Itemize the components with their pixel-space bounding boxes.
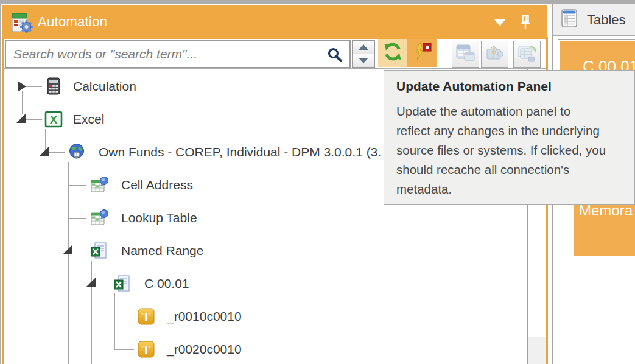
export-tables-button[interactable]: [513, 41, 541, 68]
update-automation-panel-button[interactable]: [378, 39, 407, 67]
tree-item-excel[interactable]: Excel: [73, 112, 104, 127]
window-top-border: [0, 0, 635, 4]
table-card-label: Memora: [579, 202, 633, 219]
worksheet-icon[interactable]: [113, 275, 132, 295]
tree-item-own-funds[interactable]: Own Funds - COREP, Individual - DPM 3.0.…: [99, 145, 381, 159]
cell-table-icon[interactable]: [90, 209, 108, 229]
tree-line: [68, 218, 86, 219]
excel-icon[interactable]: X: [44, 110, 63, 131]
tooltip-body: Update the automation panel to reflect a…: [396, 102, 628, 199]
tree-line: [96, 284, 111, 285]
screen: Automation: [0, 0, 635, 364]
tab-tables-label: Tables: [587, 12, 626, 28]
search-icon: [327, 47, 343, 66]
svg-text:T: T: [142, 343, 150, 357]
tree-item-lookup-table[interactable]: Lookup Table: [121, 211, 197, 225]
scrollbar-corner: [528, 337, 547, 364]
connection-icon[interactable]: [68, 143, 86, 164]
cell-table-icon[interactable]: [90, 176, 108, 197]
expander-expanded-c0001[interactable]: [86, 278, 96, 287]
chevron-down-icon[interactable]: [494, 19, 505, 26]
tooltip-update-automation-panel: Update Automation Panel Update the autom…: [384, 70, 635, 205]
expander-expanded-excel[interactable]: [16, 113, 26, 123]
search-input[interactable]: [6, 41, 349, 67]
named-cell-t-icon[interactable]: T: [137, 340, 155, 361]
tree-line: [114, 317, 134, 318]
tree-item-named-range[interactable]: Named Range: [121, 243, 203, 258]
expander-expanded-named-range[interactable]: [63, 245, 72, 254]
tab-tables[interactable]: Tables: [553, 4, 635, 35]
tree-item-calculation[interactable]: Calculation: [73, 79, 136, 94]
automation-form-button[interactable]: [452, 41, 479, 68]
svg-text:X: X: [50, 113, 58, 126]
tree-line: [68, 162, 69, 364]
window-left-border: [0, 0, 1, 364]
automation-panel-header[interactable]: Automation: [2, 5, 547, 39]
tree-item-r0020c0010[interactable]: _r0020c0010: [167, 342, 242, 357]
triangle-up-icon: [359, 44, 368, 50]
spinner-up-button[interactable]: [352, 40, 375, 54]
panel-title: Automation: [38, 14, 107, 30]
automation-icon: [11, 10, 34, 37]
tree-line: [26, 86, 42, 88]
puzzle-lightning-icon: [485, 44, 505, 65]
toolbar-divider: [4, 68, 546, 69]
worksheet-icon[interactable]: [90, 242, 108, 262]
refresh-icon: [382, 41, 403, 65]
panel-border-left: [2, 37, 4, 364]
calculator-icon[interactable]: [44, 77, 63, 98]
named-cell-t-icon[interactable]: T: [137, 307, 155, 328]
tables-icon: [561, 9, 578, 30]
search-spinner: [352, 40, 375, 68]
run-automation-button[interactable]: [481, 41, 508, 68]
break-connection-button[interactable]: [407, 39, 437, 67]
tables-export-icon: [517, 43, 537, 65]
tree-line: [114, 349, 134, 351]
tree-item-c0001[interactable]: C 00.01: [144, 276, 189, 291]
tree-line: [68, 185, 86, 186]
tree-line: [114, 293, 116, 350]
expander-expanded-own-funds[interactable]: [40, 146, 49, 156]
triangle-down-icon: [359, 58, 368, 63]
tree-item-r0010c0010[interactable]: _r0010c0010: [167, 309, 242, 324]
lightning-stop-icon: [411, 41, 433, 65]
search-box: [5, 40, 351, 68]
tree-item-cell-address[interactable]: Cell Address: [121, 178, 193, 192]
expander-collapsed-calculation[interactable]: [18, 81, 26, 92]
svg-text:T: T: [142, 310, 150, 324]
spinner-down-button[interactable]: [352, 54, 375, 68]
tooltip-title: Update Automation Panel: [396, 79, 628, 94]
pin-icon[interactable]: [517, 13, 533, 34]
tree-line: [22, 91, 23, 114]
tab-strip-border: [553, 35, 635, 36]
form-icon: [456, 44, 475, 65]
tables-content-border-h: [558, 39, 635, 40]
tree-line: [72, 251, 87, 252]
tree-line: [26, 119, 42, 121]
tree-line: [91, 261, 93, 364]
tree-line: [49, 152, 65, 153]
